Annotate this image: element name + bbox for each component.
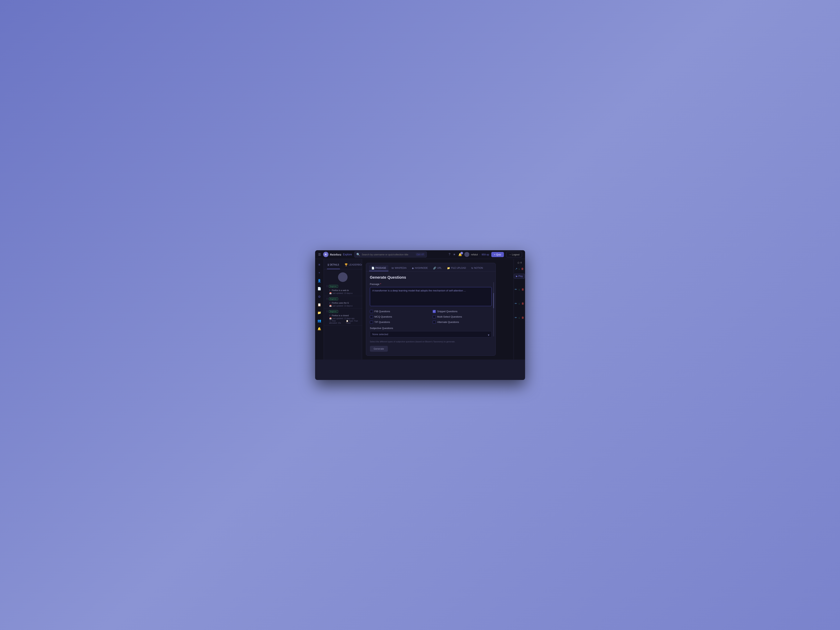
- subjective-select-wrapper: None selected: [370, 331, 492, 339]
- checkbox-snippet-box[interactable]: [433, 310, 436, 313]
- source-tabs: 📄 PASSAGE W WIKIPEDIA ◆ HASHNODE: [366, 263, 496, 271]
- tab-details-label: DETAILS: [330, 263, 339, 266]
- quiz-button[interactable]: + Quiz: [491, 252, 504, 257]
- explore-link[interactable]: Explore: [343, 253, 352, 256]
- modal-scrollbar[interactable]: [493, 282, 494, 337]
- checkbox-alternate-box[interactable]: [433, 321, 436, 324]
- calendar-icon: 📅: [329, 305, 332, 307]
- checkbox-tf[interactable]: T/F Questions: [370, 321, 429, 324]
- checkbox-multiselect-box[interactable]: [433, 315, 436, 318]
- modal-title: Generate Questions: [370, 275, 492, 280]
- checkbox-grid: FIB Questions Snippet Questions: [370, 310, 492, 324]
- required-star: *: [380, 283, 381, 285]
- passage-field-label: Passage *: [370, 283, 492, 285]
- checkbox-alternate[interactable]: Alternate Questions: [433, 321, 492, 324]
- passage-tab-label: PASSAGE: [376, 267, 386, 269]
- modal-scrollbar-thumb[interactable]: [493, 293, 494, 308]
- delete-icon-2[interactable]: 🗑: [521, 302, 524, 305]
- source-tab-url[interactable]: 🔗 URL: [431, 265, 444, 271]
- source-tab-file-upload[interactable]: 📁 FILE UPLOAD: [445, 265, 468, 271]
- edit-icon-2[interactable]: ✏: [515, 302, 517, 305]
- help-icon[interactable]: ?: [448, 253, 450, 256]
- sidebar-icon-add[interactable]: +: [316, 269, 323, 276]
- sidebar-icon-bell[interactable]: 🔔: [316, 325, 323, 332]
- item-time: Time allocated: 15s: [329, 320, 341, 324]
- passage-tab-icon: 📄: [371, 267, 374, 269]
- sidebar-icon-docs[interactable]: 📄: [316, 285, 323, 292]
- right-panel: ☆ 0 ↗ ↓ 🗑 ▶ Play ✏ ↓ 🗑: [514, 259, 525, 359]
- edit-icon-3[interactable]: ✏: [515, 316, 517, 319]
- wikipedia-tab-icon: W: [392, 267, 394, 269]
- logo-area: R Reinforz Explore: [323, 252, 352, 257]
- share-icon[interactable]: ↗: [515, 267, 518, 270]
- calendar-icon: 📅: [329, 317, 332, 320]
- checkbox-multiselect-label: Multi-Select Questions: [437, 315, 462, 318]
- checkbox-snippet[interactable]: Snippet Questions: [433, 310, 492, 313]
- checkbox-fib-label: FIB Questions: [374, 310, 390, 313]
- checkbox-mcq[interactable]: MCQ Questions: [370, 315, 429, 318]
- passage-textarea[interactable]: A transformer is a deep learning model t…: [370, 287, 492, 306]
- star-section: ☆ 0: [517, 261, 522, 265]
- search-bar: 🔍 Ctrl + P: [354, 251, 427, 257]
- nav-icons: ? ☀ 🔔 3: [448, 253, 462, 256]
- checkbox-tf-label: T/F Questions: [374, 321, 390, 323]
- star-icon[interactable]: ☆: [517, 261, 520, 265]
- sidebar-icon-home[interactable]: ≡: [316, 261, 323, 268]
- quiz-avatar: [338, 272, 347, 282]
- details-tab-icon: ℹ: [328, 263, 328, 266]
- download-icon-1[interactable]: ↓: [519, 288, 520, 291]
- item-title: Firefox uses the G: [332, 302, 349, 304]
- checkbox-mcq-label: MCQ Questions: [374, 315, 392, 318]
- sidebar-icon-profile[interactable]: 👤: [316, 277, 323, 284]
- wikipedia-tab-label: WIKIPEDIA: [395, 267, 407, 269]
- sidebar-icon-folder[interactable]: 📁: [316, 309, 323, 316]
- download-icon-3[interactable]: ↓: [519, 316, 520, 319]
- delete-icon-top[interactable]: 🗑: [521, 267, 524, 270]
- sidebar-icon-list[interactable]: 📋: [316, 301, 323, 308]
- quiz-panel: ℹ DETAILS 🏆 LEADERBOARD 📊 STATS 👤 ROLES: [324, 259, 362, 359]
- difficulty-badge: Beginner: [329, 298, 338, 300]
- source-tab-passage[interactable]: 📄 PASSAGE: [369, 265, 388, 271]
- main-layout: ≡ + 👤 📄 ⚙ 📋 📁 👥 🔔 ℹ DETAILS �: [315, 259, 525, 359]
- subjective-help-text: Select the different types of subjective…: [370, 340, 492, 343]
- delete-icon-1[interactable]: 🗑: [521, 288, 524, 291]
- play-button[interactable]: ▶ Play: [514, 274, 525, 279]
- content-area: ℹ DETAILS 🏆 LEADERBOARD 📊 STATS 👤 ROLES: [324, 259, 525, 359]
- tab-leaderboard[interactable]: 🏆 LEADERBOARD: [344, 261, 362, 269]
- checkbox-tf-box[interactable]: [370, 321, 373, 324]
- delete-icon-3[interactable]: 🗑: [521, 316, 524, 319]
- checkbox-fib-box[interactable]: [370, 310, 373, 313]
- download-icon-2[interactable]: ↓: [519, 302, 520, 305]
- logout-button[interactable]: → Logout: [506, 252, 522, 257]
- user-area: refatul · 959 xp: [464, 252, 489, 257]
- subjective-select[interactable]: None selected: [370, 331, 492, 337]
- item-meta: Last updated: 13 days a: [332, 292, 352, 294]
- hamburger-icon[interactable]: ☰: [318, 253, 321, 256]
- sidebar-icon-users[interactable]: 👥: [316, 317, 323, 324]
- notification-bell[interactable]: 🔔 3: [458, 253, 462, 256]
- download-icon-top[interactable]: ↓: [519, 267, 520, 270]
- checkbox-fib[interactable]: FIB Questions: [370, 310, 429, 313]
- source-tab-hashnode[interactable]: ◆ HASHNODE: [410, 265, 430, 271]
- drag-handle: ⠿: [326, 285, 328, 288]
- edit-icon-1[interactable]: ✏: [515, 288, 517, 291]
- user-avatar: [464, 252, 469, 257]
- tab-details[interactable]: ℹ DETAILS: [327, 261, 340, 269]
- browser-window: ☰ R Reinforz Explore 🔍 Ctrl + P ? ☀ 🔔 3 …: [315, 250, 525, 380]
- hashnode-tab-label: HASHNODE: [415, 267, 428, 269]
- generate-button[interactable]: Generate: [370, 346, 388, 352]
- item-title: Firefox is a web br: [332, 289, 349, 291]
- play-icon: ▶: [516, 275, 518, 277]
- search-input[interactable]: [362, 253, 414, 256]
- source-tab-wikipedia[interactable]: W WIKIPEDIA: [389, 265, 409, 271]
- username: refatul: [471, 253, 478, 256]
- list-item[interactable]: ⠿ Beginner 3. Firefox is a closed 📅 Last…: [324, 309, 362, 326]
- file-upload-tab-icon: 📁: [447, 267, 450, 269]
- list-item[interactable]: ⠿ Beginner 1. Firefox is a web br 📅 Last…: [324, 284, 362, 296]
- checkbox-multiselect[interactable]: Multi-Select Questions: [433, 315, 492, 318]
- list-item[interactable]: ⠿ Beginner 2. Firefox uses the G 📅 Last …: [324, 296, 362, 309]
- sidebar-icon-settings[interactable]: ⚙: [316, 293, 323, 300]
- checkbox-mcq-box[interactable]: [370, 315, 373, 318]
- theme-icon[interactable]: ☀: [453, 253, 456, 256]
- source-tab-notion[interactable]: N NOTION: [469, 265, 485, 271]
